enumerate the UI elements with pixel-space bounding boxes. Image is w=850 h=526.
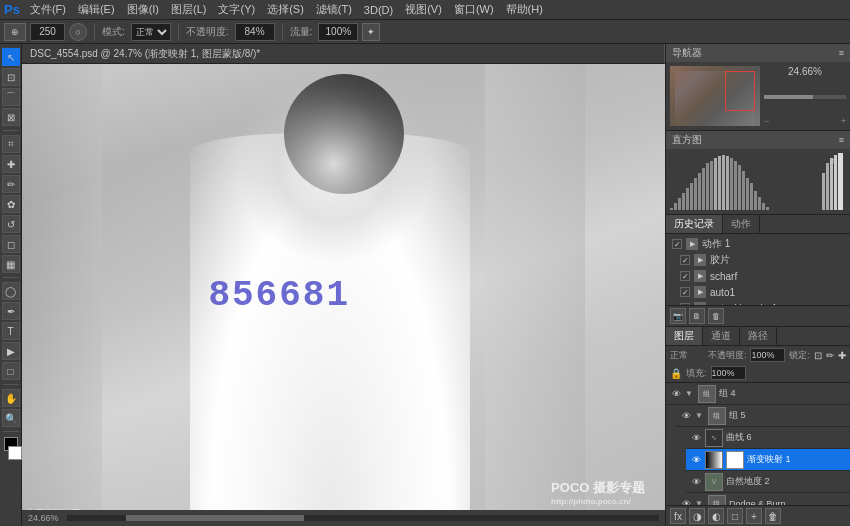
navigator-thumbnail[interactable] [670,66,760,126]
layer-gradient-map[interactable]: 👁 渐变映射 1 [686,449,850,471]
tool-marquee[interactable]: ⊡ [2,68,20,86]
layer-group-btn[interactable]: □ [727,508,743,524]
histogram-panel-header[interactable]: 直方图 ≡ [666,131,850,149]
tab-history[interactable]: 历史记录 [666,215,723,233]
layer-name-vibrance2: 自然地度 2 [726,475,846,488]
tab-layers[interactable]: 图层 [666,327,703,345]
layer-eye-group5[interactable]: 👁 [680,410,692,422]
menu-text[interactable]: 文字(Y) [212,0,261,19]
brush-picker[interactable]: ○ [69,23,87,41]
zoom-in-icon[interactable]: + [841,116,846,126]
lock-position-btn[interactable]: ✚ [838,350,846,361]
tool-crop[interactable]: ⊠ [2,108,20,126]
opacity-value-input[interactable] [750,348,785,362]
tool-shape[interactable]: □ [2,362,20,380]
opacity-label: 不透明度: [186,25,229,39]
svg-rect-11 [714,158,717,210]
zoom-out-icon[interactable]: − [764,116,769,126]
history-item-3[interactable]: ✓ ▶ auto1 [676,284,848,300]
brush-size-input[interactable] [30,23,65,41]
tool-brush[interactable]: ✏ [2,175,20,193]
lock-transparent-btn[interactable]: ⊡ [814,350,822,361]
tool-hand[interactable]: ✋ [2,389,20,407]
menu-filter[interactable]: 滤镜(T) [310,0,358,19]
menu-file[interactable]: 文件(F) [24,0,72,19]
layer-name-group4: 组 4 [719,387,846,400]
history-check-1[interactable]: ✓ [680,255,690,265]
canvas-content[interactable]: 856681 POCO 摄影专题 http://photo.poco.cn/ 实… [22,64,665,526]
navigator-controls: 24.66% − + [764,66,846,126]
navigator-zoom: 24.66% [764,66,846,77]
layer-adjustment-btn[interactable]: ◐ [708,508,724,524]
tool-dodge[interactable]: ◯ [2,282,20,300]
layer-eye-dodgeburn[interactable]: 👁 [680,498,692,506]
group5-arrow[interactable]: ▼ [695,411,703,420]
mode-select[interactable]: 正常 [131,23,171,41]
flow-input[interactable] [318,23,358,41]
layer-eye-gradmap[interactable]: 👁 [690,454,702,466]
menu-view[interactable]: 视图(V) [399,0,448,19]
layer-group5[interactable]: 👁 ▼ 组 组 5 [676,405,850,427]
tool-path-select[interactable]: ▶ [2,342,20,360]
background-color[interactable] [8,446,22,460]
tool-pen[interactable]: ✒ [2,302,20,320]
tool-zoom[interactable]: 🔍 [2,409,20,427]
menu-image[interactable]: 图像(I) [121,0,165,19]
layer-eye-group4[interactable]: 👁 [670,388,682,400]
canvas-tab[interactable]: DSC_4554.psd @ 24.7% (渐变映射 1, 图层蒙版/8/)* [22,44,665,64]
tool-clone[interactable]: ✿ [2,195,20,213]
history-item-1[interactable]: ✓ ▶ 胶片 [676,252,848,268]
fill-value-input[interactable] [711,366,746,380]
tool-gradient[interactable]: ▦ [2,255,20,273]
layer-dodge-burn[interactable]: 👁 ▼ 组 Dodge & Burn [676,493,850,505]
lock-pixels-btn[interactable]: ✏ [826,350,834,361]
svg-rect-1 [674,203,677,210]
layer-eye-vibrance2[interactable]: 👁 [690,476,702,488]
navigator-options-icon[interactable]: ≡ [839,48,844,58]
tool-lasso[interactable]: ⌒ [2,88,20,106]
layer-mask-btn[interactable]: ◑ [689,508,705,524]
history-item-0[interactable]: ✓ ▶ 动作 1 [668,236,848,252]
layer-fx-btn[interactable]: fx [670,508,686,524]
history-item-2[interactable]: ✓ ▶ scharf [676,268,848,284]
history-create-doc-btn[interactable]: 🗎 [689,308,705,324]
history-new-snapshot-btn[interactable]: 📷 [670,308,686,324]
tool-eraser[interactable]: ◻ [2,235,20,253]
canvas-scrollbar-h[interactable] [67,515,659,521]
history-check-3[interactable]: ✓ [680,287,690,297]
lock-all-btn[interactable]: 🔒 [670,368,682,379]
layer-group4[interactable]: 👁 ▼ 组 组 4 [666,383,850,405]
svg-rect-24 [766,207,769,210]
menu-edit[interactable]: 编辑(E) [72,0,121,19]
menu-select[interactable]: 选择(S) [261,0,310,19]
menu-window[interactable]: 窗口(W) [448,0,500,19]
tool-healing[interactable]: ✚ [2,155,20,173]
layer-curves6[interactable]: 👁 ∿ 曲线 6 [686,427,850,449]
svg-rect-30 [838,153,843,210]
airbrush-btn[interactable]: ✦ [362,23,380,41]
tab-channels[interactable]: 通道 [703,327,740,345]
navigator-zoom-slider[interactable] [764,95,846,99]
menu-layer[interactable]: 图层(L) [165,0,212,19]
tool-preset-picker[interactable]: ⊕ [4,23,26,41]
navigator-panel-header[interactable]: 导航器 ≡ [666,44,850,62]
menu-help[interactable]: 帮助(H) [500,0,549,19]
tool-history-brush[interactable]: ↺ [2,215,20,233]
layer-vibrance2[interactable]: 👁 V 自然地度 2 [686,471,850,493]
history-check-0[interactable]: ✓ [672,239,682,249]
tool-text[interactable]: T [2,322,20,340]
opacity-input[interactable] [235,23,275,41]
history-delete-btn[interactable]: 🗑 [708,308,724,324]
tool-eyedropper[interactable]: ⌗ [2,135,20,153]
layer-new-btn[interactable]: + [746,508,762,524]
layer-delete-btn[interactable]: 🗑 [765,508,781,524]
tab-actions[interactable]: 动作 [723,215,760,233]
histogram-options-icon[interactable]: ≡ [839,135,844,145]
group4-arrow[interactable]: ▼ [685,389,693,398]
history-check-2[interactable]: ✓ [680,271,690,281]
menu-3d[interactable]: 3D(D) [358,0,399,19]
tool-move[interactable]: ↖ [2,48,20,66]
tab-paths[interactable]: 路径 [740,327,777,345]
nav-view-box[interactable] [725,71,755,111]
layer-eye-curves6[interactable]: 👁 [690,432,702,444]
